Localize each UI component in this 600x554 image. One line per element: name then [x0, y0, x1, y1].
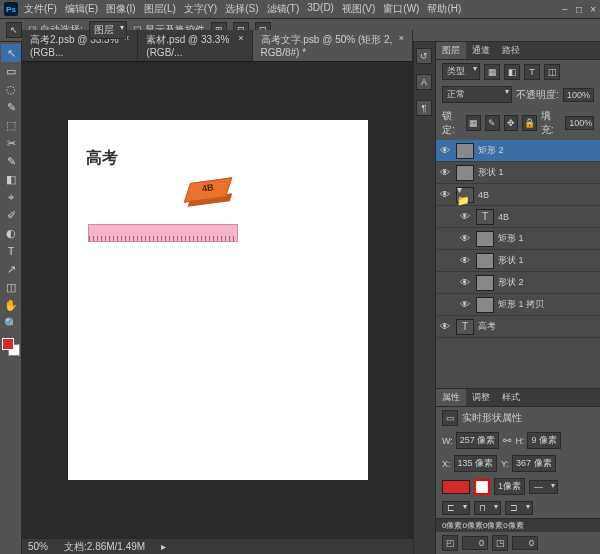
width-input[interactable]: 257 像素 — [456, 432, 500, 449]
layer-row[interactable]: 👁形状 1 — [436, 250, 600, 272]
stroke-color-chip[interactable] — [474, 479, 490, 495]
layer-filter-select[interactable]: 类型 — [442, 63, 480, 80]
menu-item[interactable]: 选择(S) — [221, 0, 262, 18]
tool-button[interactable]: ◧ — [1, 170, 21, 188]
visibility-icon[interactable]: 👁 — [440, 321, 452, 332]
color-swatch[interactable] — [0, 336, 21, 358]
tool-button[interactable]: 🔍 — [1, 314, 21, 332]
visibility-icon[interactable]: 👁 — [460, 299, 472, 310]
tool-button[interactable]: ✂ — [1, 134, 21, 152]
tool-button[interactable]: ◐ — [1, 224, 21, 242]
tab-layers[interactable]: 图层 — [436, 42, 466, 59]
layer-row[interactable]: 👁矩形 2 — [436, 140, 600, 162]
layer-row[interactable]: 👁形状 2 — [436, 272, 600, 294]
tool-button[interactable]: ✋ — [1, 296, 21, 314]
layer-row[interactable]: 👁T高考 — [436, 316, 600, 338]
corner-icon[interactable]: ◰ — [442, 535, 458, 551]
layer-name: 矩形 2 — [478, 144, 504, 157]
canvas[interactable]: 高考 4B — [68, 120, 368, 480]
tool-button[interactable]: ✎ — [1, 152, 21, 170]
tab-paths[interactable]: 路径 — [496, 42, 526, 59]
tool-button[interactable]: ✐ — [1, 206, 21, 224]
layer-row[interactable]: 👁矩形 1 拷贝 — [436, 294, 600, 316]
menu-item[interactable]: 文件(F) — [20, 0, 61, 18]
blend-mode-select[interactable]: 正常 — [442, 86, 512, 103]
height-input[interactable]: 9 像素 — [527, 432, 561, 449]
para-panel-icon[interactable]: ¶ — [416, 100, 432, 116]
tab-properties[interactable]: 属性 — [436, 389, 466, 406]
y-input[interactable]: 367 像素 — [512, 455, 556, 472]
close-tab-icon[interactable]: × — [238, 33, 243, 58]
layer-row[interactable]: 👁形状 1 — [436, 162, 600, 184]
maximize-icon[interactable]: □ — [576, 4, 582, 15]
link-icon[interactable]: ⚯ — [503, 435, 511, 446]
tool-button[interactable]: ⬚ — [1, 116, 21, 134]
menu-item[interactable]: 图像(I) — [102, 0, 139, 18]
tool-button[interactable]: T — [1, 242, 21, 260]
visibility-icon[interactable]: 👁 — [440, 167, 452, 178]
menu-item[interactable]: 图层(L) — [140, 0, 180, 18]
foreground-color-swatch[interactable] — [2, 338, 14, 350]
menu-item[interactable]: 编辑(E) — [61, 0, 102, 18]
tool-button[interactable]: ◌ — [1, 80, 21, 98]
close-icon[interactable]: × — [590, 4, 596, 15]
zoom-level[interactable]: 50% — [28, 541, 48, 552]
auto-select-mode-select[interactable]: 图层 — [89, 21, 127, 39]
ruler-graphic — [88, 224, 238, 242]
menu-item[interactable]: 帮助(H) — [423, 0, 465, 18]
tool-button[interactable]: ↖ — [1, 44, 21, 62]
layer-row[interactable]: 👁T4B — [436, 206, 600, 228]
close-tab-icon[interactable]: × — [399, 33, 404, 58]
stroke-width-input[interactable]: 1像素 — [494, 478, 525, 495]
tool-button[interactable]: ◫ — [1, 278, 21, 296]
layer-row[interactable]: 👁矩形 1 — [436, 228, 600, 250]
menu-item[interactable]: 窗口(W) — [379, 0, 423, 18]
tab-adjust[interactable]: 调整 — [466, 389, 496, 406]
layer-name: 形状 1 — [498, 254, 524, 267]
cap-select[interactable]: ⊏ — [442, 501, 470, 515]
layer-thumb: T — [476, 209, 494, 225]
document-tab[interactable]: 素材.psd @ 33.3%(RGB/...× — [138, 30, 252, 61]
visibility-icon[interactable]: 👁 — [460, 211, 472, 222]
align-select[interactable]: ⊐ — [505, 501, 533, 515]
menu-item[interactable]: 文字(Y) — [180, 0, 221, 18]
window-controls[interactable]: − □ × — [562, 4, 596, 15]
tool-button[interactable]: ↗ — [1, 260, 21, 278]
tool-button[interactable]: ⌖ — [1, 188, 21, 206]
visibility-icon[interactable]: 👁 — [440, 189, 452, 200]
lock-icon[interactable]: ✥ — [504, 115, 519, 131]
visibility-icon[interactable]: 👁 — [460, 277, 472, 288]
menu-item[interactable]: 滤镜(T) — [263, 0, 304, 18]
filter-icon[interactable]: ▦ — [484, 64, 500, 80]
tool-button[interactable]: ▭ — [1, 62, 21, 80]
corner-icon[interactable]: ◳ — [492, 535, 508, 551]
minimize-icon[interactable]: − — [562, 4, 568, 15]
menu-item[interactable]: 3D(D) — [303, 0, 338, 18]
char-panel-icon[interactable]: A — [416, 74, 432, 90]
visibility-icon[interactable]: 👁 — [460, 255, 472, 266]
filter-icon[interactable]: ◫ — [544, 64, 560, 80]
layers-panel-tabs: 图层 通道 路径 — [436, 42, 600, 60]
canvas-area[interactable]: 高考 4B — [22, 62, 413, 538]
filter-icon[interactable]: ◧ — [504, 64, 520, 80]
lock-icon[interactable]: ▦ — [466, 115, 481, 131]
layer-row[interactable]: 👁▾📁4B — [436, 184, 600, 206]
x-input[interactable]: 135 像素 — [454, 455, 498, 472]
fill-input[interactable]: 100% — [565, 116, 594, 130]
tool-button[interactable]: ✎ — [1, 98, 21, 116]
move-tool-icon[interactable]: ↖ — [6, 22, 22, 38]
opacity-input[interactable]: 100% — [563, 88, 594, 102]
visibility-icon[interactable]: 👁 — [460, 233, 472, 244]
visibility-icon[interactable]: 👁 — [440, 145, 452, 156]
stroke-style-select[interactable]: — — [529, 480, 558, 494]
document-tab[interactable]: 高考文字.psb @ 50% (矩形 2, RGB/8#) *× — [253, 30, 413, 61]
lock-icon[interactable]: 🔒 — [522, 115, 537, 131]
join-select[interactable]: ⊓ — [474, 501, 501, 515]
fill-color-chip[interactable] — [442, 480, 470, 494]
filter-icon[interactable]: T — [524, 64, 540, 80]
tab-channels[interactable]: 通道 — [466, 42, 496, 59]
tab-styles[interactable]: 样式 — [496, 389, 526, 406]
menu-item[interactable]: 视图(V) — [338, 0, 379, 18]
history-panel-icon[interactable]: ↺ — [416, 48, 432, 64]
lock-icon[interactable]: ✎ — [485, 115, 500, 131]
